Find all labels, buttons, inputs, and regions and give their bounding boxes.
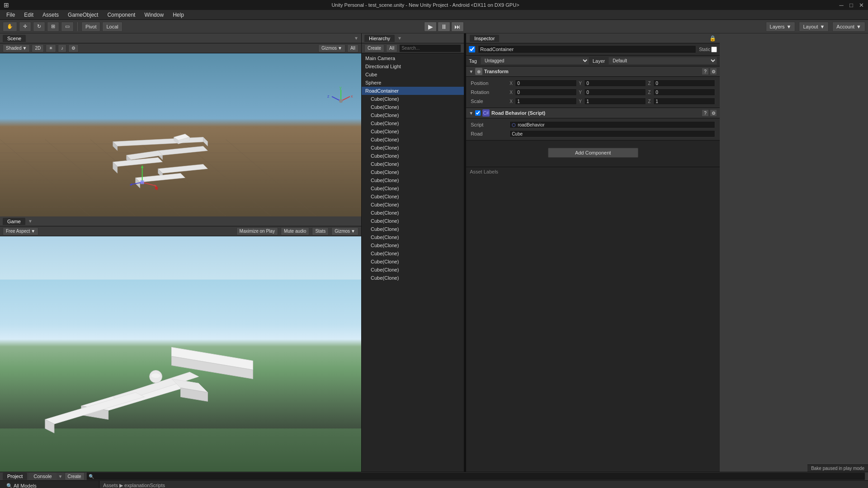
menu-help[interactable]: Help <box>168 11 189 19</box>
menu-file[interactable]: File <box>2 11 19 19</box>
add-component-button[interactable]: Add Component <box>548 148 638 158</box>
scale-x-input[interactable] <box>515 98 577 105</box>
hierarchy-item[interactable]: Cube(Clone) <box>362 266 464 274</box>
transform-component-header[interactable]: ▼ ⊕ Transform ? ⚙ <box>466 66 720 77</box>
rotation-y-input[interactable] <box>584 89 646 96</box>
hierarchy-item[interactable]: Cube(Clone) <box>362 201 464 209</box>
gizmos-dropdown[interactable]: Gizmos ▼ <box>318 44 345 52</box>
hierarchy-item[interactable]: Cube(Clone) <box>362 103 464 111</box>
scene-tab[interactable]: Scene <box>3 35 26 42</box>
hierarchy-item[interactable]: Cube(Clone) <box>362 144 464 152</box>
position-y-input[interactable] <box>584 80 646 87</box>
hierarchy-item[interactable]: Cube(Clone) <box>362 111 464 119</box>
menu-window[interactable]: Window <box>140 11 168 19</box>
layer-select[interactable]: Default <box>609 57 717 65</box>
object-enabled-checkbox[interactable] <box>469 46 475 52</box>
mode-2d-button[interactable]: 2D <box>32 44 44 52</box>
object-name-field[interactable] <box>478 45 696 53</box>
script-value[interactable]: ⬡ roadBehavior <box>509 121 715 128</box>
inspector-lock-icon[interactable]: 🔒 <box>709 35 716 42</box>
hierarchy-item[interactable]: Cube(Clone) <box>362 209 464 217</box>
close-btn[interactable]: ✕ <box>858 2 864 8</box>
position-z-input[interactable] <box>653 80 715 87</box>
stats-btn[interactable]: Stats <box>312 227 329 235</box>
hierarchy-all-btn[interactable]: All <box>386 44 397 52</box>
aspect-dropdown[interactable]: Free Aspect ▼ <box>3 227 38 235</box>
mute-audio-btn[interactable]: Mute audio <box>281 227 309 235</box>
project-tree-item[interactable]: 🔍 All Models <box>0 482 99 488</box>
hierarchy-item[interactable]: Cube(Clone) <box>362 136 464 144</box>
game-gizmos-dropdown[interactable]: Gizmos ▼ <box>331 227 359 235</box>
hierarchy-item[interactable]: Cube(Clone) <box>362 225 464 233</box>
pause-button[interactable]: ⏸ <box>438 22 450 32</box>
maximize-btn[interactable]: □ <box>848 2 854 8</box>
scene-audio-btn[interactable]: ♪ <box>58 44 66 52</box>
tool-hand[interactable]: ✋ <box>3 22 17 32</box>
hierarchy-item[interactable]: Cube(Clone) <box>362 274 464 282</box>
transform-settings-btn[interactable]: ⚙ <box>710 68 717 75</box>
hierarchy-item[interactable]: Main Camera <box>362 54 464 62</box>
inspector-tab[interactable]: Inspector <box>470 35 499 42</box>
tag-select[interactable]: Untagged <box>481 57 589 65</box>
static-checkbox[interactable] <box>711 47 717 52</box>
hierarchy-item[interactable]: Cube(Clone) <box>362 160 464 168</box>
hierarchy-item[interactable]: Cube(Clone) <box>362 249 464 258</box>
tool-move[interactable]: ✛ <box>19 22 31 32</box>
hierarchy-item[interactable]: Cube(Clone) <box>362 217 464 225</box>
road-behavior-header[interactable]: ▼ C# Road Behavior (Script) ? ⚙ <box>466 108 720 118</box>
minimize-btn[interactable]: ─ <box>838 2 844 8</box>
game-viewport[interactable] <box>0 236 361 472</box>
hierarchy-tab[interactable]: Hierarchy <box>364 35 395 42</box>
account-dropdown[interactable]: Account ▼ <box>832 22 865 32</box>
layers-dropdown[interactable]: Layers ▼ <box>766 22 796 32</box>
hierarchy-create-btn[interactable]: Create <box>364 44 384 52</box>
hierarchy-search-input[interactable] <box>399 44 461 52</box>
console-tab[interactable]: Console <box>29 473 56 480</box>
hierarchy-item[interactable]: Cube(Clone) <box>362 152 464 160</box>
inspector-scroll[interactable]: Static Tag Untagged Layer Default ▼ ⊕ Tr <box>466 43 720 472</box>
maximize-on-play-btn[interactable]: Maximize on Play <box>236 227 278 235</box>
scale-z-input[interactable] <box>653 98 715 105</box>
hierarchy-item[interactable]: Cube(Clone) <box>362 168 464 176</box>
hierarchy-item[interactable]: Cube(Clone) <box>362 192 464 201</box>
pivot-button[interactable]: Pivot <box>81 22 100 32</box>
local-button[interactable]: Local <box>102 22 122 32</box>
rotation-x-input[interactable] <box>515 89 577 96</box>
tool-rect[interactable]: ▭ <box>61 22 74 32</box>
play-button[interactable]: ▶ <box>424 22 437 32</box>
hierarchy-item[interactable]: Cube(Clone) <box>362 95 464 103</box>
scene-viewport[interactable]: x z y <box>0 53 361 216</box>
step-button[interactable]: ⏭ <box>451 22 464 32</box>
hierarchy-item[interactable]: Cube(Clone) <box>362 184 464 192</box>
hierarchy-item[interactable]: Cube(Clone) <box>362 241 464 249</box>
layout-dropdown[interactable]: Layout ▼ <box>799 22 829 32</box>
transform-question-btn[interactable]: ? <box>702 68 709 75</box>
hierarchy-item[interactable]: Cube(Clone) <box>362 258 464 266</box>
tool-rotate[interactable]: ↻ <box>33 22 45 32</box>
project-search-input[interactable] <box>86 472 865 480</box>
scale-y-input[interactable] <box>584 98 646 105</box>
hierarchy-item[interactable]: Cube <box>362 70 464 79</box>
road-behavior-question-btn[interactable]: ? <box>702 109 709 117</box>
menu-component[interactable]: Component <box>103 11 140 19</box>
tool-scale[interactable]: ⊞ <box>47 22 59 32</box>
scene-light-btn[interactable]: ☀ <box>46 44 56 52</box>
hierarchy-item[interactable]: Cube(Clone) <box>362 119 464 127</box>
position-x-input[interactable] <box>515 80 577 87</box>
menu-assets[interactable]: Assets <box>38 11 63 19</box>
road-value[interactable]: Cube <box>509 130 715 137</box>
hierarchy-item[interactable]: Cube(Clone) <box>362 233 464 241</box>
menu-gameobject[interactable]: GameObject <box>63 11 103 19</box>
hierarchy-item[interactable]: RoadContainer <box>362 87 464 95</box>
menu-edit[interactable]: Edit <box>19 11 38 19</box>
game-tab[interactable]: Game <box>3 218 25 225</box>
hierarchy-item[interactable]: Cube(Clone) <box>362 127 464 136</box>
all-dropdown[interactable]: All <box>347 44 359 52</box>
shading-dropdown[interactable]: Shaded ▼ <box>3 44 30 52</box>
hierarchy-item[interactable]: Cube(Clone) <box>362 176 464 184</box>
project-create-btn[interactable]: Create <box>65 472 85 480</box>
road-behavior-settings-btn[interactable]: ⚙ <box>710 109 717 117</box>
hierarchy-item[interactable]: Directional Light <box>362 62 464 70</box>
rotation-z-input[interactable] <box>653 89 715 96</box>
road-behavior-enabled-checkbox[interactable] <box>475 110 481 116</box>
